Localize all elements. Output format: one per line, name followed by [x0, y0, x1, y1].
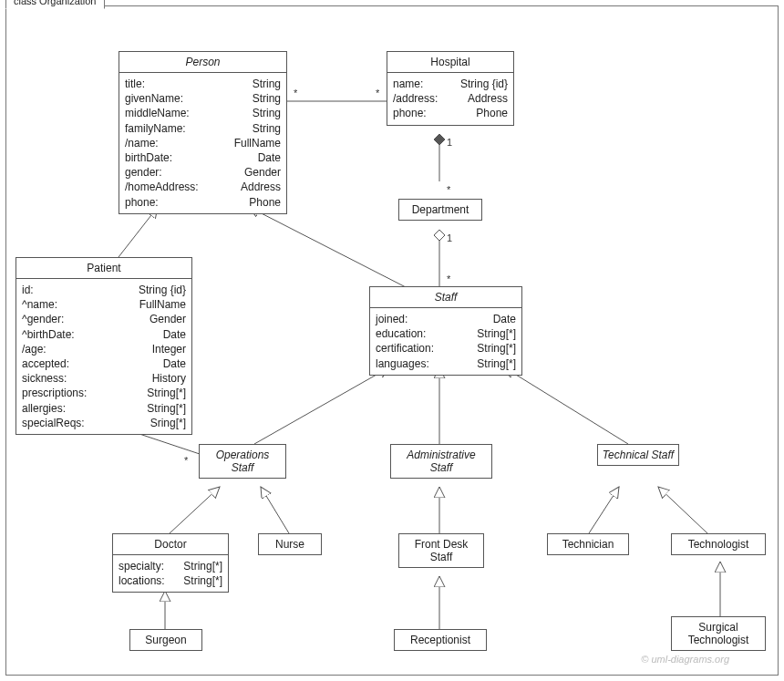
attribute-row: specialReqs:Sring[*]: [22, 416, 186, 430]
class-surgical-technologist: Surgical Technologist: [671, 616, 766, 651]
class-doctor: Doctor specialty:String[*]locations:Stri…: [112, 533, 229, 593]
attribute-row: gender:Gender: [125, 165, 281, 180]
attribute-row: givenName:String: [125, 91, 281, 106]
attribute-row: /address:Address: [393, 91, 508, 106]
class-front-desk-staff: Front Desk Staff: [398, 533, 484, 568]
class-nurse: Nurse: [258, 533, 322, 555]
multiplicity: *: [294, 88, 297, 98]
attribute-row: ^gender:Gender: [22, 312, 186, 326]
attribute-row: name:String {id}: [393, 77, 508, 91]
class-staff: Staff joined:Dateeducation:String[*]cert…: [369, 286, 522, 376]
attribute-row: languages:String[*]: [376, 356, 516, 371]
class-attrs: title:StringgivenName:StringmiddleName:S…: [119, 73, 286, 213]
class-name: Front Desk Staff: [399, 534, 483, 567]
attribute-row: /homeAddress:Address: [125, 180, 281, 194]
class-name: Surgeon: [130, 630, 201, 650]
class-name: Technical Staff: [598, 445, 678, 465]
attribute-row: /name:FullName: [125, 136, 281, 150]
class-attrs: joined:Dateeducation:String[*]certificat…: [370, 308, 521, 375]
class-name: Technician: [548, 534, 628, 554]
class-name: Patient: [16, 258, 191, 279]
multiplicity: 1: [447, 137, 452, 148]
attribute-row: specialty:String[*]: [119, 559, 222, 573]
attribute-row: id:String {id}: [22, 283, 186, 297]
class-technical-staff: Technical Staff: [597, 444, 679, 466]
class-department: Department: [398, 199, 482, 221]
attribute-row: /age:Integer: [22, 342, 186, 356]
attribute-row: middleName:String: [125, 106, 281, 120]
attribute-row: ^name:FullName: [22, 297, 186, 312]
class-name: Doctor: [113, 534, 228, 555]
attribute-row: birthDate:Date: [125, 150, 281, 165]
attribute-row: familyName:String: [125, 121, 281, 136]
class-name: Department: [399, 200, 481, 220]
attribute-row: title:String: [125, 77, 281, 91]
multiplicity: *: [184, 455, 188, 466]
attribute-row: phone:Phone: [125, 195, 281, 210]
attribute-row: certification:String[*]: [376, 341, 516, 356]
multiplicity: *: [447, 273, 450, 284]
multiplicity: *: [447, 184, 450, 195]
class-name: Technologist: [672, 534, 765, 554]
multiplicity: 1: [447, 232, 452, 243]
attribute-row: phone:Phone: [393, 106, 508, 120]
class-technologist: Technologist: [671, 533, 766, 555]
class-patient: Patient id:String {id}^name:FullName^gen…: [15, 257, 192, 435]
class-receptionist: Receptionist: [394, 629, 487, 651]
attribute-row: ^birthDate:Date: [22, 327, 186, 342]
attribute-row: allergies:String[*]: [22, 401, 186, 416]
class-name: Nurse: [259, 534, 321, 554]
class-attrs: name:String {id}/address:Addressphone:Ph…: [387, 73, 513, 125]
class-name: Administrative Staff: [391, 445, 491, 478]
multiplicity: *: [376, 88, 379, 98]
class-name: Receptionist: [395, 630, 486, 650]
watermark: © uml-diagrams.org: [641, 654, 729, 665]
class-name: Hospital: [387, 52, 513, 73]
class-technician: Technician: [547, 533, 629, 555]
attribute-row: locations:String[*]: [119, 573, 222, 588]
class-name: Operations Staff: [200, 445, 285, 478]
class-attrs: id:String {id}^name:FullName^gender:Gend…: [16, 279, 191, 434]
class-hospital: Hospital name:String {id}/address:Addres…: [387, 51, 514, 126]
class-name: Staff: [370, 287, 521, 308]
class-administrative-staff: Administrative Staff: [390, 444, 492, 479]
attribute-row: prescriptions:String[*]: [22, 386, 186, 400]
attribute-row: sickness:History: [22, 371, 186, 386]
class-name: Surgical Technologist: [672, 617, 765, 650]
package-label: class Organization: [5, 0, 105, 9]
attribute-row: accepted:Date: [22, 356, 186, 371]
attribute-row: joined:Date: [376, 312, 516, 326]
class-attrs: specialty:String[*]locations:String[*]: [113, 555, 228, 592]
attribute-row: education:String[*]: [376, 326, 516, 341]
class-operations-staff: Operations Staff: [199, 444, 286, 479]
class-name: Person: [119, 52, 286, 73]
class-person: Person title:StringgivenName:Stringmiddl…: [119, 51, 287, 214]
class-surgeon: Surgeon: [129, 629, 202, 651]
